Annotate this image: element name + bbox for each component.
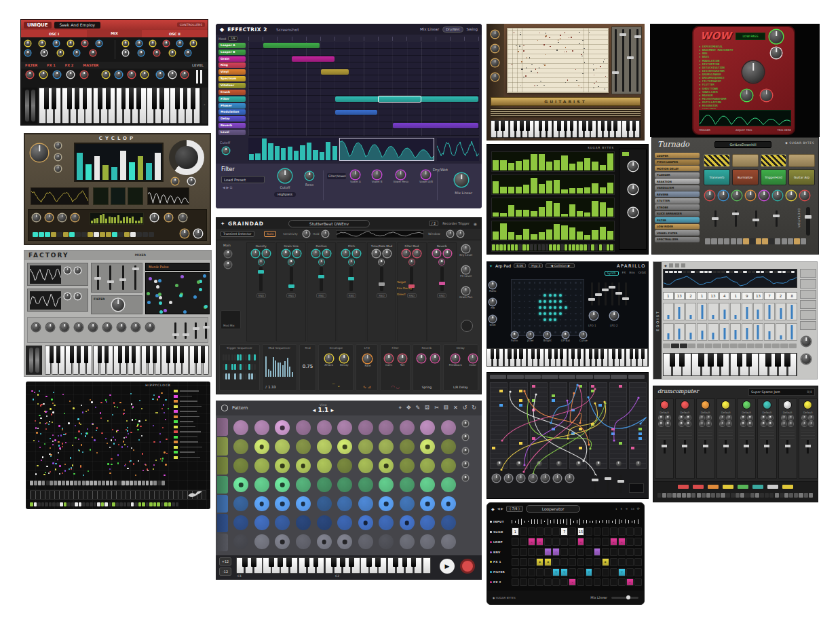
grain-column[interactable]: ReverbRND [427, 242, 457, 341]
step-cell[interactable]: ◆ [536, 558, 543, 566]
piano-key-black[interactable] [632, 120, 636, 131]
piano-key-black[interactable] [545, 120, 549, 131]
step[interactable] [801, 238, 806, 244]
knob[interactable] [439, 259, 444, 265]
step[interactable] [718, 238, 723, 244]
knob[interactable] [194, 229, 202, 238]
fader[interactable] [107, 263, 114, 292]
grid-dot[interactable] [539, 319, 540, 320]
step-cell[interactable] [528, 558, 535, 566]
pad[interactable] [358, 477, 373, 492]
knob[interactable] [58, 50, 63, 56]
value-bar-cell[interactable] [730, 323, 741, 341]
grid-dot[interactable] [534, 301, 535, 302]
knob[interactable] [433, 250, 440, 257]
module-strip[interactable] [589, 382, 607, 469]
step[interactable] [721, 271, 725, 273]
grain-column[interactable]: Filter ModRND [397, 242, 426, 341]
menu-item[interactable]: ▪ SCREAMER [699, 107, 738, 109]
step[interactable] [102, 481, 105, 485]
grid-dot[interactable] [580, 313, 581, 314]
step[interactable] [711, 493, 715, 498]
step[interactable] [39, 232, 44, 237]
step[interactable] [572, 244, 575, 251]
pad[interactable] [400, 496, 415, 511]
step[interactable] [579, 244, 583, 251]
step-cell[interactable]: 1 [512, 527, 519, 536]
knob[interactable] [413, 250, 421, 257]
knob[interactable]: FX Level [460, 266, 472, 278]
step[interactable] [157, 502, 160, 506]
knob[interactable]: Curve [579, 332, 588, 342]
pad[interactable] [233, 515, 248, 530]
grid-dot[interactable] [529, 313, 530, 314]
legend-row[interactable] [174, 446, 206, 449]
slice-cell[interactable]: 1 [730, 292, 741, 300]
step[interactable] [176, 502, 179, 506]
pad[interactable] [275, 458, 290, 473]
pad[interactable] [379, 496, 394, 511]
step[interactable] [569, 244, 572, 251]
fader[interactable] [94, 263, 101, 292]
decor[interactable] [628, 162, 638, 217]
step[interactable] [672, 493, 676, 498]
grid-dot[interactable] [559, 312, 562, 315]
slice-cell[interactable]: 1 [697, 292, 708, 300]
piano-key-black[interactable] [402, 557, 408, 567]
step-cell[interactable]: ▽ [560, 568, 568, 576]
value-bar-cell[interactable] [719, 323, 730, 341]
fader[interactable] [773, 208, 780, 229]
piano-key-black[interactable] [537, 348, 540, 359]
value-bar-cell[interactable] [663, 323, 674, 341]
grid-dot[interactable] [529, 319, 530, 320]
knob[interactable] [150, 41, 155, 46]
piano-key-black[interactable] [70, 346, 74, 363]
column-fader[interactable] [290, 267, 293, 291]
pad[interactable] [233, 496, 248, 511]
step[interactable] [245, 373, 247, 379]
step[interactable] [30, 502, 33, 506]
decor[interactable] [223, 373, 256, 380]
piano-key-black[interactable] [495, 120, 499, 131]
value-bar-cell[interactable] [786, 323, 797, 341]
filter-knob[interactable] [742, 61, 764, 83]
mixer-module[interactable] [91, 263, 142, 293]
column-fader[interactable] [380, 267, 383, 291]
decor[interactable] [32, 323, 154, 331]
step[interactable] [610, 244, 613, 251]
knob[interactable] [74, 50, 79, 56]
step[interactable] [34, 481, 37, 485]
legend-row[interactable] [174, 451, 206, 453]
step[interactable] [756, 238, 761, 244]
knob[interactable] [136, 41, 142, 46]
step[interactable] [146, 481, 149, 485]
step-cell[interactable]: ▽ [618, 568, 626, 576]
knob[interactable] [741, 90, 752, 101]
piano-key-white[interactable] [423, 557, 431, 574]
grid-dot[interactable] [529, 289, 530, 290]
step-cell[interactable] [520, 538, 527, 546]
step[interactable] [780, 493, 784, 498]
step-cell[interactable] [626, 538, 634, 546]
grid-dot[interactable] [539, 325, 540, 327]
knob[interactable] [157, 71, 164, 78]
step[interactable] [736, 493, 740, 498]
knob[interactable] [576, 461, 581, 466]
pad[interactable] [233, 477, 248, 492]
step[interactable] [172, 502, 175, 506]
step-cell[interactable] [610, 558, 617, 566]
step[interactable] [756, 271, 759, 273]
step[interactable] [251, 354, 253, 360]
step[interactable] [726, 271, 729, 273]
knob[interactable] [353, 250, 360, 257]
drywet-knob[interactable] [455, 173, 468, 187]
step[interactable] [51, 232, 56, 237]
drum-channels[interactable]: DefaultDefaultDefaultDefaultDefaultDefau… [655, 399, 818, 479]
decor[interactable] [31, 144, 48, 162]
value-bar-cell[interactable] [753, 323, 764, 341]
piano-key-black[interactable] [121, 88, 126, 109]
step[interactable] [228, 364, 230, 370]
knob[interactable] [719, 191, 728, 200]
step-cell[interactable]: » [528, 538, 535, 546]
grain-column[interactable]: Grain SizeRND [276, 242, 305, 341]
